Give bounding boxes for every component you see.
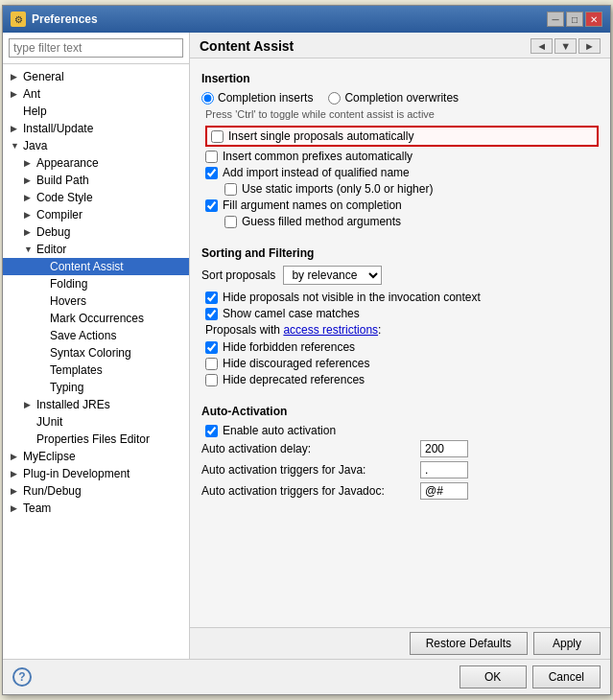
sidebar-item-markoccurrences[interactable]: Mark Occurrences xyxy=(3,310,189,327)
check-addimport-label: Add import instead of qualified name xyxy=(223,166,410,179)
tree-label-templates: Templates xyxy=(50,363,103,377)
javadoc-triggers-input[interactable] xyxy=(420,482,468,500)
title-bar-left: ⚙ Preferences xyxy=(11,12,98,27)
tree-arrow-java: ▼ xyxy=(11,141,20,151)
sidebar-item-install[interactable]: ▶Install/Update xyxy=(3,120,189,137)
sidebar-item-contentassist[interactable]: Content Assist xyxy=(3,258,189,275)
sidebar-item-general[interactable]: ▶General xyxy=(3,68,189,85)
tree-label-team: Team xyxy=(23,502,51,515)
check-guessargs[interactable] xyxy=(224,216,237,228)
main-header: Content Assist ◄ ▼ ► xyxy=(190,33,610,58)
tree-label-java: Java xyxy=(23,139,47,152)
restore-defaults-button[interactable]: Restore Defaults xyxy=(410,632,528,655)
radio-inserts[interactable] xyxy=(201,92,214,105)
sidebar-item-hovers[interactable]: Hovers xyxy=(3,292,189,310)
delay-input[interactable] xyxy=(420,440,468,457)
sidebar-item-codestyle[interactable]: ▶Code Style xyxy=(3,189,189,206)
radio-inserts-label[interactable]: Completion inserts xyxy=(201,91,313,105)
radio-overwrites[interactable] xyxy=(328,92,341,105)
sorting-section-title: Sorting and Filtering xyxy=(201,246,599,260)
nav-forward-button[interactable]: ► xyxy=(578,38,601,54)
maximize-button[interactable]: □ xyxy=(566,12,583,27)
sidebar-item-typing[interactable]: Typing xyxy=(3,379,189,396)
sidebar-item-syntaxcoloring[interactable]: Syntax Coloring xyxy=(3,344,189,362)
tree-label-plugindev: Plug-in Development xyxy=(23,467,130,480)
sidebar-item-ant[interactable]: ▶Ant xyxy=(3,85,189,103)
check-hidedeprecated-row: Hide deprecated references xyxy=(205,373,599,386)
access-restrictions-row: Proposals with access restrictions: xyxy=(205,323,599,337)
sidebar-item-help[interactable]: Help xyxy=(3,103,189,120)
tree-label-buildpath: Build Path xyxy=(36,174,89,187)
sidebar-item-buildpath[interactable]: ▶Build Path xyxy=(3,172,189,189)
delay-label: Auto activation delay: xyxy=(201,442,413,455)
tree-label-folding: Folding xyxy=(50,277,87,291)
tree-arrow-myeclipse: ▶ xyxy=(11,452,20,461)
tree-label-rundebug: Run/Debug xyxy=(23,484,82,498)
check-addimport[interactable] xyxy=(205,167,218,179)
sidebar-item-installedjres[interactable]: ▶Installed JREs xyxy=(3,396,189,413)
cancel-button[interactable]: Cancel xyxy=(532,665,601,688)
main-scroll: Insertion Completion inserts Completion … xyxy=(190,58,610,627)
check-hidenotvisible[interactable] xyxy=(205,292,218,304)
nav-back-button[interactable]: ◄ xyxy=(530,38,553,54)
tree-label-syntaxcoloring: Syntax Coloring xyxy=(50,346,131,360)
sidebar-item-rundebug[interactable]: ▶Run/Debug xyxy=(3,482,189,500)
check-showcamel-row: Show camel case matches xyxy=(205,307,599,320)
sidebar-item-appearance[interactable]: ▶Appearance xyxy=(3,154,189,172)
sidebar-item-debug[interactable]: ▶Debug xyxy=(3,223,189,241)
tree-label-editor: Editor xyxy=(36,243,66,256)
main-panel: Content Assist ◄ ▼ ► Insertion Completio… xyxy=(190,33,610,659)
check-commonprefixes[interactable] xyxy=(205,151,218,163)
help-icon[interactable]: ? xyxy=(12,667,32,687)
check-commonprefixes-row: Insert common prefixes automatically xyxy=(205,150,599,163)
sidebar-item-templates[interactable]: Templates xyxy=(3,362,189,379)
check-hidediscouraged[interactable] xyxy=(205,358,218,370)
check-fillargs[interactable] xyxy=(205,199,218,212)
java-triggers-input[interactable] xyxy=(420,461,468,478)
filter-input[interactable] xyxy=(9,38,183,58)
check-hideforbidden[interactable] xyxy=(205,341,218,354)
nav-dropdown-button[interactable]: ▼ xyxy=(554,38,577,54)
radio-overwrites-label[interactable]: Completion overwrites xyxy=(328,91,459,105)
check-hidedeprecated-label: Hide deprecated references xyxy=(223,373,365,386)
check-showcamel[interactable] xyxy=(205,308,218,320)
java-triggers-row: Auto activation triggers for Java: xyxy=(201,461,599,478)
check-hidediscouraged-label: Hide discouraged references xyxy=(223,357,369,370)
proposals-suffix: : xyxy=(378,323,381,337)
minimize-button[interactable]: ─ xyxy=(547,12,564,27)
apply-button[interactable]: Apply xyxy=(533,632,601,655)
check-fillargs-label: Fill argument names on completion xyxy=(223,198,402,212)
tree-arrow-team: ▶ xyxy=(11,503,20,513)
check-singleproposal[interactable] xyxy=(211,130,224,143)
sidebar-item-team[interactable]: ▶Team xyxy=(3,500,189,517)
sidebar-item-java[interactable]: ▼Java xyxy=(3,137,189,154)
close-button[interactable]: ✕ xyxy=(585,12,602,27)
tree-label-typing: Typing xyxy=(50,381,83,394)
access-restrictions-link[interactable]: access restrictions xyxy=(283,323,378,337)
delay-row: Auto activation delay: xyxy=(201,440,599,457)
sort-proposals-select[interactable]: by relevance alphabetically xyxy=(283,266,382,285)
sidebar-item-compiler[interactable]: ▶Compiler xyxy=(3,206,189,223)
sidebar-item-editor[interactable]: ▼Editor xyxy=(3,241,189,258)
check-guessargs-label: Guess filled method arguments xyxy=(242,215,401,228)
tree-label-ant: Ant xyxy=(23,87,40,101)
check-enableauto-row: Enable auto activation xyxy=(205,424,599,437)
proposals-prefix: Proposals with xyxy=(205,323,283,337)
check-hidedeprecated[interactable] xyxy=(205,374,218,386)
check-staticimports[interactable] xyxy=(224,183,237,196)
sidebar-item-myeclipse[interactable]: ▶MyEclipse xyxy=(3,448,189,465)
sidebar-item-saveactions[interactable]: Save Actions xyxy=(3,327,189,344)
sidebar-item-propfiles[interactable]: Properties Files Editor xyxy=(3,431,189,448)
check-singleproposal-row: Insert single proposals automatically xyxy=(205,126,599,147)
dialog-title: Preferences xyxy=(32,12,98,26)
sidebar-item-plugindev[interactable]: ▶Plug-in Development xyxy=(3,465,189,482)
tree-label-codestyle: Code Style xyxy=(36,191,93,204)
ok-button[interactable]: OK xyxy=(460,665,527,688)
panel-title: Content Assist xyxy=(200,38,294,54)
sort-proposals-label: Sort proposals xyxy=(201,268,275,282)
check-hidenotvisible-row: Hide proposals not visible in the invoca… xyxy=(205,291,599,304)
check-enableauto[interactable] xyxy=(205,425,218,437)
sidebar-item-junit[interactable]: JUnit xyxy=(3,413,189,431)
sidebar-item-folding[interactable]: Folding xyxy=(3,275,189,292)
javadoc-triggers-row: Auto activation triggers for Javadoc: xyxy=(201,482,599,500)
